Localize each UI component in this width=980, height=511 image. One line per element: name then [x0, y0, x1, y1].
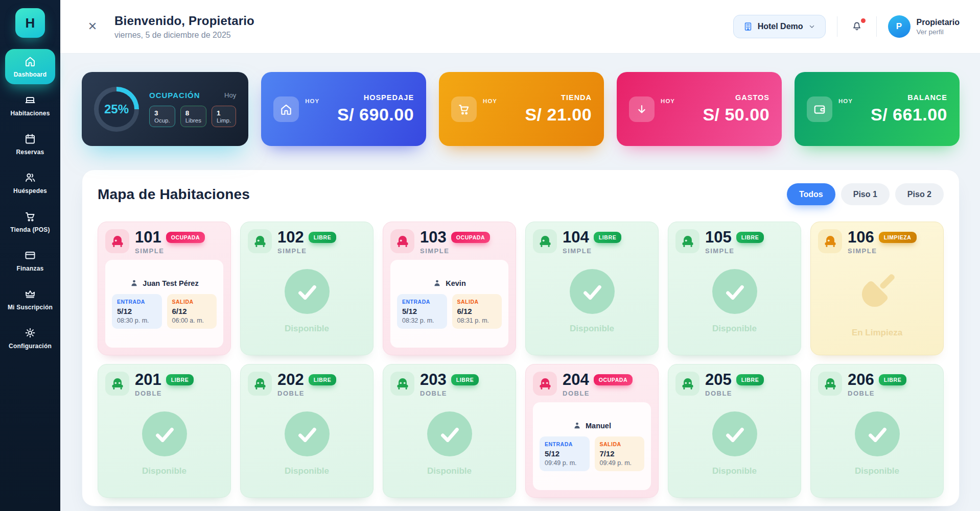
profile-link[interactable]: Ver perfil — [917, 28, 960, 36]
profile-button[interactable]: P Propietario Ver perfil — [888, 15, 960, 38]
occupancy-boxes: 3Ocup.8Libres1Limp. — [149, 106, 236, 127]
room-number: 106 — [848, 229, 874, 245]
room-status-body: Disponible — [675, 397, 794, 490]
room-card-106[interactable]: 106 LIMPIEZA SIMPLE En Limpieza — [810, 222, 944, 355]
room-bed-chip — [390, 229, 414, 253]
sidebar-item-habitaciones[interactable]: Habitaciones — [5, 88, 55, 123]
room-card-203[interactable]: 203 LIBRE DOBLE Disponible — [383, 364, 516, 498]
room-status-body: Disponible — [390, 397, 508, 490]
room-number: 201 — [135, 372, 161, 387]
guest-name: Manuel — [586, 422, 611, 430]
room-type: SIMPLE — [277, 247, 336, 255]
guest-name: Kevin — [446, 279, 466, 287]
room-details: Manuel ENTRADA 5/12 09:49 p. m. SALIDA 7… — [533, 402, 651, 490]
room-number: 206 — [848, 372, 874, 387]
filter-piso-1[interactable]: Piso 1 — [841, 183, 890, 205]
page-title: Bienvenido, Propietario — [114, 14, 254, 28]
room-status-body: Disponible — [248, 397, 366, 490]
main-area: ✕ Bienvenido, Propietario viernes, 5 de … — [60, 0, 980, 511]
bed-icon — [823, 234, 837, 249]
bed-icon — [110, 377, 125, 391]
notifications-button[interactable] — [849, 18, 865, 36]
room-card-103[interactable]: 103 OCUPADA SIMPLE Kevin ENTRADA 5/12 08… — [383, 222, 516, 355]
occupancy-stat-ocup: 3Ocup. — [149, 106, 175, 127]
filter-todos[interactable]: Todos — [787, 183, 835, 205]
room-status-badge: LIBRE — [309, 232, 337, 243]
bed-icon — [681, 234, 695, 249]
sidebar-item-label: Reservas — [16, 149, 44, 156]
chevron-down-icon — [808, 22, 816, 31]
users-icon — [24, 172, 36, 184]
room-card-206[interactable]: 206 LIBRE DOBLE Disponible — [810, 364, 944, 498]
occupancy-card: 25% OCUPACIÓN Hoy 3Ocup.8Libres1Limp. — [82, 72, 248, 146]
room-status-badge: LIBRE — [879, 374, 907, 385]
bed-icon — [681, 377, 695, 391]
sidebar: H DashboardHabitacionesReservasHuéspedes… — [0, 0, 60, 511]
room-card-101[interactable]: 101 OCUPADA SIMPLE Juan Test Pérez ENTRA… — [98, 222, 231, 355]
room-bed-chip — [675, 372, 699, 396]
room-card-202[interactable]: 202 LIBRE DOBLE Disponible — [240, 364, 374, 498]
room-card-204[interactable]: 204 OCUPADA DOBLE Manuel ENTRADA 5/12 09… — [525, 364, 659, 498]
hotel-selector[interactable]: Hotel Demo — [733, 15, 826, 38]
app-logo[interactable]: H — [15, 8, 45, 38]
app-logo-letter: H — [26, 15, 35, 31]
sidebar-item-dashboard[interactable]: Dashboard — [5, 49, 55, 84]
room-status-label: Disponible — [427, 466, 472, 476]
page-date: viernes, 5 de diciembre de 2025 — [114, 31, 254, 40]
sidebar-item-tienda-pos[interactable]: Tienda (POS) — [5, 204, 55, 239]
sidebar-item-label: Habitaciones — [10, 110, 50, 117]
room-status-label: Disponible — [855, 466, 899, 476]
section-title: Mapa de Habitaciones — [98, 186, 250, 203]
wallet-icon — [813, 103, 826, 116]
sidebar-item-finanzas[interactable]: Finanzas — [5, 243, 55, 278]
stat-value: S/ 21.00 — [525, 105, 592, 125]
bed-icon — [823, 377, 837, 391]
home-icon — [24, 55, 36, 67]
close-button[interactable]: ✕ — [84, 18, 101, 35]
room-card-105[interactable]: 105 LIBRE SIMPLE Disponible — [668, 222, 801, 355]
room-type: DOBLE — [420, 390, 479, 397]
building-icon — [743, 21, 753, 32]
room-type: SIMPLE — [848, 247, 917, 255]
room-card-104[interactable]: 104 LIBRE SIMPLE Disponible — [525, 222, 659, 355]
room-status-label: Disponible — [142, 466, 186, 476]
calendar-icon — [24, 133, 36, 145]
stat-period: HOY — [661, 98, 675, 104]
room-card-201[interactable]: 201 LIBRE DOBLE Disponible — [98, 364, 231, 498]
stat-period: HOY — [838, 98, 853, 104]
room-status-badge: LIBRE — [594, 232, 622, 243]
room-status-label: Disponible — [712, 324, 757, 334]
sidebar-item-label: Finanzas — [17, 265, 44, 272]
bed-icon — [24, 94, 36, 106]
filter-piso-2[interactable]: Piso 2 — [895, 183, 944, 205]
cart-icon — [24, 210, 36, 223]
room-card-205[interactable]: 205 LIBRE DOBLE Disponible — [668, 364, 801, 498]
room-status-badge: OCUPADA — [166, 232, 205, 243]
room-bed-chip — [105, 229, 129, 253]
occupancy-ring: 25% — [94, 87, 139, 132]
bed-icon — [538, 234, 552, 249]
sidebar-item-reservas[interactable]: Reservas — [5, 127, 55, 162]
home-icon — [279, 103, 293, 116]
room-status-badge: LIBRE — [166, 374, 194, 385]
stat-title: HOSPEDAJE — [364, 93, 414, 102]
stat-title: BALANCE — [907, 93, 947, 102]
sidebar-item-label: Huéspedes — [13, 187, 47, 194]
sidebar-item-mi-suscripcion[interactable]: Mi Suscripción — [5, 282, 55, 317]
sidebar-item-huespedes[interactable]: Huéspedes — [5, 165, 55, 201]
sidebar-item-label: Dashboard — [14, 71, 46, 78]
sidebar-item-configuracion[interactable]: Configuración — [5, 321, 55, 356]
bed-icon — [538, 377, 552, 391]
room-status-body: Disponible — [248, 255, 366, 348]
room-status-body: Disponible — [675, 255, 794, 348]
checkin-box: ENTRADA 5/12 08:30 p. m. — [112, 294, 162, 329]
stat-value: S/ 690.00 — [337, 105, 414, 125]
room-bed-chip — [390, 372, 414, 396]
bed-icon — [253, 377, 267, 391]
room-card-102[interactable]: 102 LIBRE SIMPLE Disponible — [240, 222, 374, 355]
checkout-box: SALIDA 7/12 09:49 p. m. — [595, 436, 645, 471]
stat-card-tienda: HOY TIENDA S/ 21.00 — [439, 72, 604, 146]
stat-value: S/ 50.00 — [703, 105, 769, 125]
room-number: 203 — [420, 372, 447, 387]
divider — [876, 16, 877, 37]
